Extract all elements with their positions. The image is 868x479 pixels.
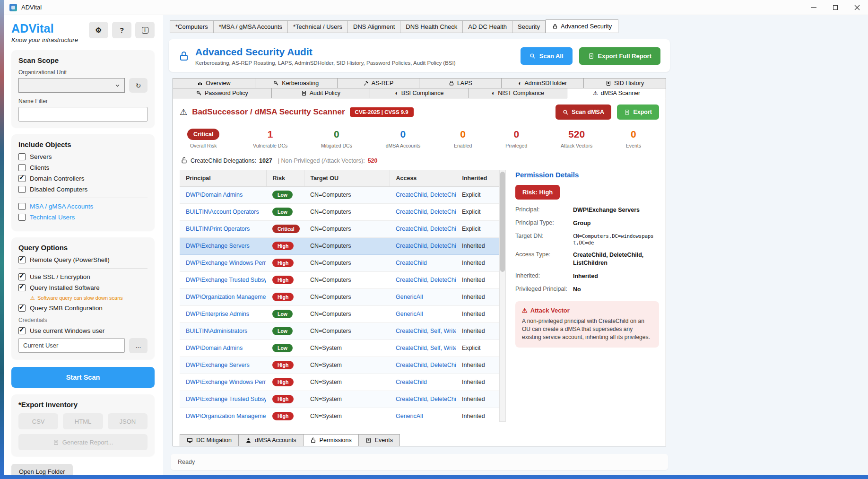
- cell-principal[interactable]: DWP\Domain Admins: [180, 186, 266, 203]
- column-header-inherited[interactable]: Inherited: [456, 170, 499, 186]
- checkbox-query-smb-configuration[interactable]: Query SMB Configuration: [18, 305, 148, 312]
- subtab-audit-policy[interactable]: Audit Policy: [271, 88, 371, 98]
- table-row[interactable]: DWP\Domain AdminsLowCN=SystemCreateChild…: [180, 340, 499, 357]
- subtab-adminsdholder[interactable]: ◐AdminSDHolder: [501, 78, 584, 88]
- open-log-folder-button[interactable]: Open Log Folder: [11, 464, 73, 475]
- cell-principal[interactable]: DWP\Exchange Servers: [180, 357, 266, 374]
- checkbox-remote-query-powershell[interactable]: Remote Query (PowerShell): [18, 256, 148, 263]
- cell-principal[interactable]: DWP\Organization Managemer: [180, 408, 266, 422]
- checkbox[interactable]: [18, 284, 26, 291]
- name-filter-input[interactable]: [18, 107, 148, 122]
- scrollbar-thumb[interactable]: [500, 172, 505, 272]
- table-row[interactable]: DWP\Organization ManagemerHighCN=SystemG…: [180, 408, 499, 422]
- checkbox-msa-gmsa-accounts[interactable]: MSA / gMSA Accounts: [18, 203, 148, 210]
- minimize-button[interactable]: [803, 0, 825, 15]
- tab-technical-users[interactable]: *Technical / Users: [288, 20, 348, 33]
- bottom-tab-dc-mitigation[interactable]: DC Mitigation: [180, 434, 239, 446]
- checkbox[interactable]: [18, 327, 26, 334]
- table-row[interactable]: DWP\Exchange Trusted SubsysHighCN=System…: [180, 391, 499, 408]
- checkbox-technical-users[interactable]: Technical Users: [18, 214, 148, 221]
- checkbox[interactable]: [18, 214, 26, 221]
- table-row[interactable]: BUILTIN\Account OperatorsLowCN=Computers…: [180, 203, 499, 220]
- bottom-tab-dmsa-accounts[interactable]: dMSA Accounts: [238, 434, 304, 446]
- cell-principal[interactable]: BUILTIN\Administrators: [180, 322, 266, 340]
- cell-principal[interactable]: DWP\Domain Admins: [180, 340, 266, 357]
- table-row[interactable]: DWP\Exchange ServersHighCN=ComputersCrea…: [180, 237, 499, 254]
- table-row[interactable]: DWP\Exchange Windows PermHighCN=SystemCr…: [180, 374, 499, 391]
- tab-advanced-security[interactable]: Advanced Security: [546, 19, 618, 33]
- tab-msa-gmsa-accounts[interactable]: *MSA / gMSA Accounts: [214, 20, 288, 33]
- table-row[interactable]: DWP\Organization ManagemerHighCN=Compute…: [180, 288, 499, 305]
- bottom-tab-permissions[interactable]: Permissions: [303, 434, 359, 446]
- bottom-tab-events[interactable]: Events: [358, 434, 400, 446]
- checkbox[interactable]: [18, 256, 26, 263]
- table-row[interactable]: DWP\Domain AdminsLowCN=ComputersCreateCh…: [180, 186, 499, 203]
- cell-principal[interactable]: BUILTIN\Account Operators: [180, 203, 266, 220]
- checkbox[interactable]: [18, 153, 26, 160]
- checkbox[interactable]: [18, 305, 26, 312]
- generate-report-button[interactable]: Generate Report...: [18, 434, 148, 450]
- cell-principal[interactable]: DWP\Exchange Windows Perm: [180, 374, 266, 391]
- cell-principal[interactable]: DWP\Organization Managemer: [180, 288, 266, 305]
- ou-select[interactable]: [18, 78, 125, 93]
- current-user-input[interactable]: [18, 338, 125, 353]
- tab-security[interactable]: Security: [512, 20, 546, 33]
- tab-dns-alignment[interactable]: DNS Alignment: [348, 20, 400, 33]
- checkbox[interactable]: [18, 164, 26, 171]
- subtab-bsi-compliance[interactable]: ◐BSI Compliance: [370, 88, 469, 98]
- export-html-button[interactable]: HTML: [63, 413, 103, 429]
- refresh-ou-button[interactable]: ↻: [129, 78, 148, 93]
- checkbox-use-ssl-encryption[interactable]: Use SSL / Encryption: [18, 273, 148, 280]
- subtab-kerberoasting[interactable]: Kerberoasting: [255, 78, 338, 88]
- subtab-sid-history[interactable]: SID History: [583, 78, 666, 88]
- export-json-button[interactable]: JSON: [108, 413, 148, 429]
- checkbox-use-current-windows-user[interactable]: Use current Windows user: [18, 327, 148, 334]
- checkbox[interactable]: [18, 273, 26, 280]
- scan-all-button[interactable]: Scan All: [521, 47, 573, 65]
- checkbox-disabled-computers[interactable]: Disabled Computers: [18, 186, 148, 193]
- scan-dmsa-button[interactable]: Scan dMSA: [556, 105, 611, 120]
- subtab-as-rep[interactable]: AS-REP: [337, 78, 420, 88]
- export-dmsa-button[interactable]: Export: [617, 105, 659, 120]
- checkbox-servers[interactable]: Servers: [18, 153, 148, 160]
- table-scrollbar[interactable]: [499, 170, 506, 422]
- checkbox-clients[interactable]: Clients: [18, 164, 148, 171]
- settings-button[interactable]: ⚙: [89, 22, 108, 38]
- checkbox-query-installed-software[interactable]: Query Installed Software: [18, 284, 148, 291]
- cell-principal[interactable]: BUILTIN\Print Operators: [180, 220, 266, 237]
- table-row[interactable]: DWP\Exchange ServersHighCN=SystemCreateC…: [180, 357, 499, 374]
- table-row[interactable]: BUILTIN\AdministratorsLowCN=ComputersCre…: [180, 322, 499, 340]
- table-row[interactable]: DWP\Exchange Windows PermHighCN=Computer…: [180, 254, 499, 271]
- checkbox[interactable]: [18, 186, 26, 193]
- cell-principal[interactable]: DWP\Exchange Trusted Subsys: [180, 271, 266, 288]
- table-row[interactable]: BUILTIN\Print OperatorsCriticalCN=Comput…: [180, 220, 499, 237]
- checkbox[interactable]: [18, 203, 26, 210]
- browse-credentials-button[interactable]: ...: [129, 338, 148, 353]
- help-button[interactable]: ?: [112, 22, 131, 38]
- subtab-password-policy[interactable]: Password Policy: [173, 88, 272, 98]
- cell-principal[interactable]: DWP\Exchange Windows Perm: [180, 254, 266, 271]
- cell-principal[interactable]: DWP\Exchange Trusted Subsys: [180, 391, 266, 408]
- column-header-risk[interactable]: Risk: [266, 170, 304, 186]
- column-header-target-ou[interactable]: Target OU: [304, 170, 390, 186]
- tab-ad-dc-health[interactable]: AD DC Health: [463, 20, 512, 33]
- export-full-report-button[interactable]: Export Full Report: [579, 47, 660, 65]
- maximize-button[interactable]: [825, 0, 846, 15]
- subtab-laps[interactable]: LAPS: [419, 78, 502, 88]
- start-scan-button[interactable]: Start Scan: [11, 367, 155, 388]
- cell-principal[interactable]: DWP\Enterprise Admins: [180, 305, 266, 322]
- column-header-principal[interactable]: Principal: [180, 170, 266, 186]
- column-header-access[interactable]: Access: [390, 170, 456, 186]
- checkbox[interactable]: [18, 175, 26, 182]
- subtab-nist-compliance[interactable]: ◐NIST Compliance: [469, 88, 568, 98]
- subtab-dmsa-scanner[interactable]: ⚠dMSA Scanner: [567, 88, 666, 98]
- export-csv-button[interactable]: CSV: [18, 413, 58, 429]
- checkbox-domain-controllers[interactable]: Domain Controllers: [18, 175, 148, 182]
- cell-principal[interactable]: DWP\Exchange Servers: [180, 237, 266, 254]
- table-row[interactable]: DWP\Enterprise AdminsLowCN=ComputersGene…: [180, 305, 499, 322]
- tab-computers[interactable]: *Computers: [170, 20, 214, 33]
- tab-dns-health-check[interactable]: DNS Health Check: [400, 20, 463, 33]
- table-row[interactable]: DWP\Exchange Trusted SubsysHighCN=Comput…: [180, 271, 499, 288]
- subtab-overview[interactable]: Overview: [173, 78, 255, 88]
- close-button[interactable]: [846, 0, 868, 15]
